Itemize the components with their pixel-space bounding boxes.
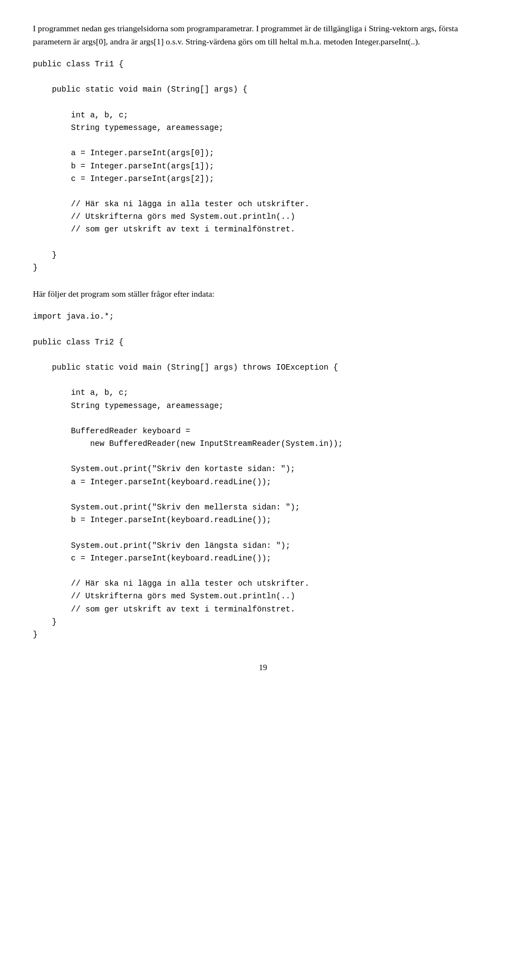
code-block-tri1: public class Tri1 { public static void m… — [33, 58, 493, 274]
paragraph-2: Här följer det program som ställer frågo… — [33, 287, 493, 301]
page-number: 19 — [33, 663, 493, 672]
paragraph-1: I programmet nedan ges triangelsidorna s… — [33, 22, 493, 48]
code-block-tri2: import java.io.*; public class Tri2 { pu… — [33, 310, 493, 641]
